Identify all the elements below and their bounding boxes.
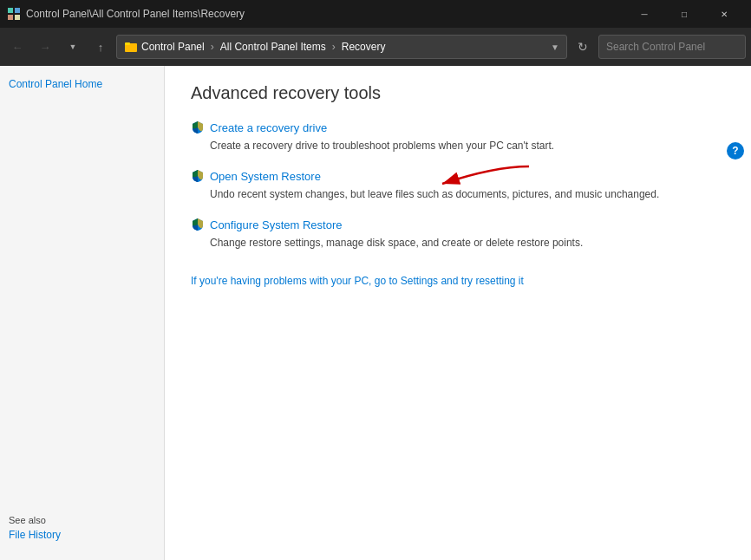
addressbar: ← → ▼ ↑ Control Panel › All Control Pane… [0, 28, 751, 66]
configure-system-restore-link[interactable]: Configure System Restore [210, 218, 342, 231]
page-title: Advanced recovery tools [191, 83, 725, 103]
restore-button[interactable]: □ [664, 0, 704, 28]
crumb2[interactable]: All Control Panel Items [220, 41, 326, 53]
shield-icon-1 [191, 120, 205, 134]
see-also-label: See also [9, 515, 155, 525]
main-area: Control Panel Home See also File History… [0, 66, 751, 560]
create-recovery-drive-link[interactable]: Create a recovery drive [210, 121, 327, 134]
svg-rect-3 [15, 15, 20, 20]
content-area: Advanced recovery tools Create a recover… [165, 66, 751, 560]
refresh-button[interactable]: ↻ [571, 35, 595, 59]
titlebar: Control Panel\All Control Panel Items\Re… [0, 0, 751, 28]
folder-icon [124, 40, 138, 54]
svg-rect-2 [8, 15, 13, 20]
titlebar-controls: ─ □ ✕ [624, 0, 744, 28]
svg-rect-1 [15, 8, 20, 13]
back-button[interactable]: ← [5, 35, 29, 59]
configure-system-restore-desc: Change restore settings, manage disk spa… [191, 235, 725, 251]
address-bar[interactable]: Control Panel › All Control Panel Items … [116, 35, 567, 59]
shield-icon-3 [191, 218, 205, 231]
reset-pc-link[interactable]: If you're having problems with your PC, … [191, 275, 524, 287]
recent-button[interactable]: ▼ [61, 35, 85, 59]
sidebar: Control Panel Home See also File History [0, 66, 165, 560]
forward-button[interactable]: → [33, 35, 57, 59]
search-box[interactable] [598, 35, 746, 59]
help-button[interactable]: ? [727, 142, 744, 160]
up-button[interactable]: ↑ [88, 35, 113, 59]
create-recovery-drive-desc: Create a recovery drive to troubleshoot … [191, 138, 725, 153]
crumb3: Recovery [342, 41, 386, 53]
titlebar-app-icon [7, 7, 21, 21]
system-restore-item: Open System Restore Undo recent system c… [191, 169, 725, 202]
open-system-restore-link[interactable]: Open System Restore [210, 170, 321, 183]
search-input[interactable] [606, 41, 736, 53]
minimize-button[interactable]: ─ [624, 0, 664, 28]
control-panel-home-link[interactable]: Control Panel Home [9, 76, 155, 92]
recovery-drive-item: Create a recovery drive Create a recover… [191, 120, 725, 153]
svg-rect-5 [125, 42, 130, 45]
configure-system-restore-item: Configure System Restore Change restore … [191, 218, 725, 251]
titlebar-title: Control Panel\All Control Panel Items\Re… [26, 8, 624, 20]
svg-rect-0 [8, 8, 13, 13]
open-system-restore-desc: Undo recent system changes, but leave fi… [191, 186, 725, 202]
close-button[interactable]: ✕ [704, 0, 744, 28]
file-history-link[interactable]: File History [9, 529, 61, 541]
shield-icon-2 [191, 169, 205, 183]
crumb1[interactable]: Control Panel [141, 41, 205, 53]
